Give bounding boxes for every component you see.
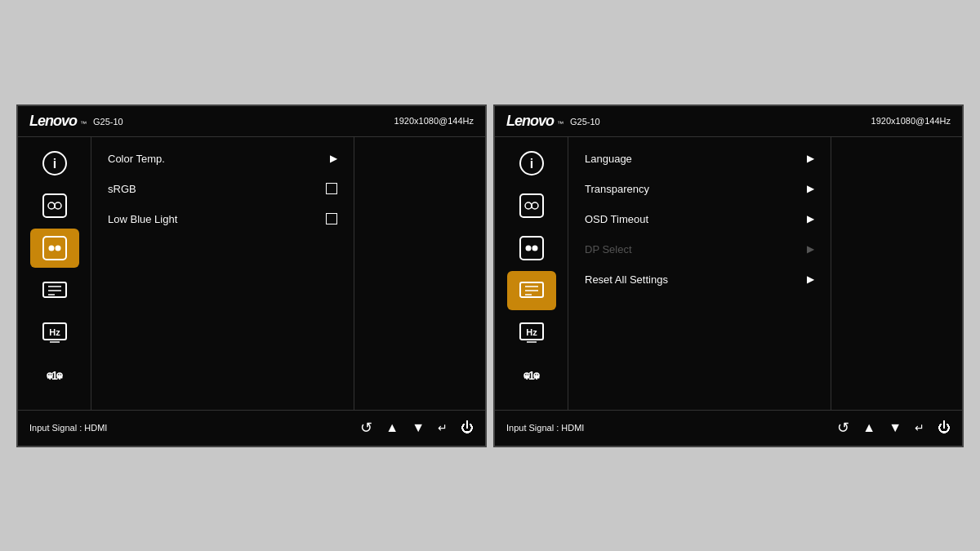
btn-enter-2[interactable]: ↵ <box>915 421 924 434</box>
resolution-1: 1920x1080@144Hz <box>394 116 474 126</box>
menu-item-low-blue[interactable]: Low Blue Light <box>91 204 354 234</box>
checkbox-srgb[interactable] <box>326 183 337 194</box>
menu-panel-1: Color Temp. ▶ sRGB Low Blue Light <box>91 137 354 410</box>
sidebar-1: i <box>18 137 91 410</box>
btn-power-1[interactable]: ⏻ <box>461 420 474 435</box>
sidebar-item-display-2[interactable] <box>507 271 556 310</box>
header-2: Lenovo™ G25-10 1920x1080@144Hz <box>495 106 962 137</box>
svg-point-4 <box>55 202 61 209</box>
menu-item-osd-timeout[interactable]: OSD Timeout ▶ <box>568 204 831 234</box>
svg-point-23 <box>525 202 532 209</box>
svg-text:✱: ✱ <box>47 372 53 381</box>
svg-point-26 <box>525 245 531 251</box>
svg-text:Hz: Hz <box>49 327 60 337</box>
arrow-icon: ▶ <box>330 153 337 164</box>
footer-controls-1: ↺ ▲ ▼ ↵ ⏻ <box>360 419 474 437</box>
menu-item-language[interactable]: Language ▶ <box>568 144 831 174</box>
sidebar-item-settings-1[interactable]: 1 ✱ ✱ <box>30 356 79 395</box>
sidebar-item-image-2[interactable] <box>507 229 556 268</box>
btn-down-1[interactable]: ▼ <box>412 420 425 435</box>
monitor-2: Lenovo™ G25-10 1920x1080@144Hz i <box>493 104 964 447</box>
svg-point-6 <box>48 245 54 251</box>
svg-point-27 <box>532 245 537 251</box>
svg-text:✱: ✱ <box>523 372 530 381</box>
menu-item-transparency[interactable]: Transparency ▶ <box>568 174 831 204</box>
btn-up-1[interactable]: ▲ <box>385 420 399 435</box>
footer-2: Input Signal : HDMI ↺ ▲ ▼ ↵ ⏻ <box>495 410 962 446</box>
svg-text:Hz: Hz <box>526 327 537 337</box>
input-signal-2: Input Signal : HDMI <box>506 423 584 433</box>
btn-back-1[interactable]: ↺ <box>360 419 372 437</box>
svg-point-7 <box>55 245 60 251</box>
menu-item-dp-select[interactable]: DP Select ▶ <box>568 234 831 264</box>
svg-text:i: i <box>52 157 56 171</box>
arrow-icon-osd: ▶ <box>807 213 814 224</box>
monitor-1: Lenovo™ G25-10 1920x1080@144Hz i <box>16 104 487 447</box>
btn-power-2[interactable]: ⏻ <box>938 420 951 435</box>
arrow-icon-transparency: ▶ <box>807 183 814 194</box>
svg-rect-25 <box>520 237 543 260</box>
sidebar-item-hz-1[interactable]: Hz <box>30 313 79 353</box>
btn-down-2[interactable]: ▼ <box>889 420 902 435</box>
svg-point-3 <box>48 202 55 209</box>
svg-point-24 <box>532 202 538 209</box>
sidebar-item-color-1[interactable] <box>30 186 79 225</box>
arrow-icon-dp: ▶ <box>807 243 814 255</box>
btn-enter-1[interactable]: ↵ <box>438 421 448 434</box>
arrow-icon-language: ▶ <box>807 153 814 164</box>
btn-back-2[interactable]: ↺ <box>837 419 849 437</box>
menu-item-color-temp[interactable]: Color Temp. ▶ <box>91 144 354 174</box>
input-signal-1: Input Signal : HDMI <box>29 423 107 433</box>
resolution-2: 1920x1080@144Hz <box>871 116 951 126</box>
svg-text:✱: ✱ <box>56 372 63 381</box>
menu-panel-2: Language ▶ Transparency ▶ OSD Timeout ▶ … <box>568 137 831 410</box>
sidebar-item-image-1[interactable] <box>30 229 79 268</box>
menu-item-srgb[interactable]: sRGB <box>91 174 354 204</box>
model-name-2: G25-10 <box>570 117 600 127</box>
sidebar-item-info-2[interactable]: i <box>507 144 556 183</box>
sidebar-item-info-1[interactable]: i <box>30 144 79 183</box>
svg-text:✱: ✱ <box>533 372 540 381</box>
checkbox-low-blue[interactable] <box>326 213 337 224</box>
sidebar-item-settings-2[interactable]: 1 ✱ ✱ <box>507 356 556 395</box>
arrow-icon-reset: ▶ <box>807 273 814 285</box>
footer-controls-2: ↺ ▲ ▼ ↵ ⏻ <box>837 419 951 437</box>
sidebar-item-display-1[interactable] <box>30 271 79 310</box>
sidebar-item-hz-2[interactable]: Hz <box>507 313 556 353</box>
right-panel-2 <box>831 137 962 410</box>
btn-up-2[interactable]: ▲ <box>862 420 875 435</box>
main-content-1: i <box>18 137 485 410</box>
lenovo-logo-2: Lenovo <box>506 113 554 130</box>
sidebar-2: i <box>495 137 568 410</box>
main-content-2: i <box>495 137 962 410</box>
svg-text:i: i <box>529 157 532 171</box>
model-name-1: G25-10 <box>93 117 123 127</box>
footer-1: Input Signal : HDMI ↺ ▲ ▼ ↵ ⏻ <box>18 410 485 446</box>
sidebar-item-color-2[interactable] <box>507 186 556 225</box>
right-panel-1 <box>354 137 485 410</box>
lenovo-logo-1: Lenovo <box>29 113 77 130</box>
menu-item-reset[interactable]: Reset All Settings ▶ <box>568 264 831 295</box>
svg-rect-5 <box>43 237 66 260</box>
header-1: Lenovo™ G25-10 1920x1080@144Hz <box>18 106 485 137</box>
